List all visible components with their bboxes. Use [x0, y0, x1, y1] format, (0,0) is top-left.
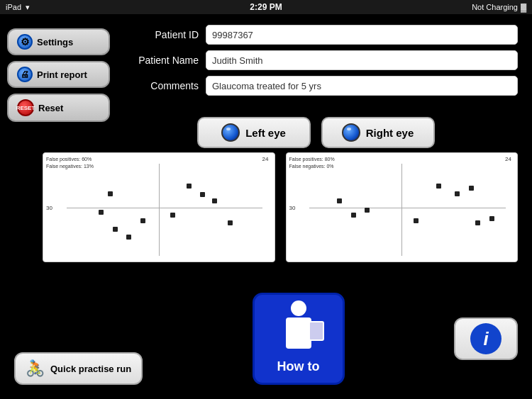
dot — [187, 184, 192, 189]
dot — [212, 198, 217, 203]
dot — [489, 216, 494, 221]
dot — [108, 191, 113, 196]
patient-name-input[interactable] — [206, 50, 518, 70]
info-icon: i — [470, 323, 501, 354]
how-to-button[interactable]: How to — [253, 293, 345, 385]
bike-icon: 🚴 — [26, 359, 45, 378]
patient-name-row: Patient Name — [128, 50, 518, 70]
patient-id-input[interactable] — [206, 25, 518, 45]
comments-input[interactable] — [206, 76, 518, 96]
print-label: Print report — [37, 69, 87, 80]
comments-row: Comments — [128, 76, 518, 96]
dot — [351, 213, 356, 218]
left-eye-chart: False positives: 60%False negatives: 13%… — [43, 152, 275, 262]
how-to-label: How to — [277, 359, 320, 374]
patient-name-label: Patient Name — [128, 55, 206, 66]
left-chart-number-top: 24 — [262, 156, 269, 162]
left-chart-h-line — [67, 208, 263, 208]
right-chart-h-line — [309, 208, 506, 208]
right-eye-button[interactable]: Right eye — [321, 117, 435, 148]
reset-label: Reset — [38, 103, 63, 113]
dot — [337, 198, 342, 203]
battery-icon: ▓ — [521, 3, 526, 11]
left-eye-label: Left eye — [245, 127, 286, 139]
right-chart-number-left: 30 — [289, 204, 296, 210]
figure-tablet — [309, 321, 324, 341]
reset-button[interactable]: RESET Reset — [7, 94, 110, 122]
quick-practise-button[interactable]: 🚴 Quick practise run — [14, 352, 143, 385]
left-eye-button[interactable]: Left eye — [197, 117, 311, 148]
dot — [365, 208, 370, 213]
sidebar: ⚙ Settings 🖨 Print report RESET Reset — [7, 28, 110, 122]
main-content: ⚙ Settings 🖨 Print report RESET Reset Pa… — [0, 14, 532, 399]
patient-id-label: Patient ID — [128, 29, 206, 40]
dot — [170, 213, 175, 218]
settings-button[interactable]: ⚙ Settings — [7, 28, 110, 55]
right-eye-icon — [342, 123, 360, 142]
patient-id-row: Patient ID — [128, 25, 518, 45]
dot — [414, 218, 419, 223]
settings-label: Settings — [37, 37, 73, 47]
dot — [99, 210, 104, 215]
right-chart-v-line — [401, 164, 402, 256]
dot — [113, 227, 118, 232]
figure-head — [291, 300, 306, 316]
eye-selector: Left eye Right eye — [113, 117, 518, 148]
dot — [436, 184, 441, 189]
info-button[interactable]: i — [454, 317, 518, 360]
print-report-button[interactable]: 🖨 Print report — [7, 61, 110, 88]
charging-status: Not Charging — [472, 3, 518, 11]
status-bar: iPad ▾ 2:29 PM Not Charging ▓ — [0, 0, 532, 14]
how-to-figure — [286, 300, 311, 349]
right-chart-number-top: 24 — [505, 156, 511, 162]
reset-icon: RESET — [17, 99, 34, 116]
left-eye-icon — [221, 123, 240, 142]
right-chart-stats: False positives: 80%False negatives: 0% — [289, 156, 335, 170]
comments-label: Comments — [128, 80, 206, 91]
dot — [140, 218, 145, 223]
right-eye-label: Right eye — [366, 127, 414, 139]
bottom-area: 🚴 Quick practise run How to i — [14, 293, 518, 385]
time-display: 2:29 PM — [250, 2, 282, 12]
dot — [475, 220, 480, 225]
dot — [455, 191, 460, 196]
dot — [469, 186, 474, 191]
dot — [126, 235, 131, 240]
settings-icon: ⚙ — [17, 34, 33, 50]
wifi-icon: ▾ — [26, 3, 30, 12]
left-chart-stats: False positives: 60%False negatives: 13% — [46, 156, 94, 170]
charts-area: False positives: 60%False negatives: 13%… — [43, 152, 518, 262]
print-icon: 🖨 — [17, 67, 33, 82]
left-chart-v-line — [159, 164, 160, 256]
right-eye-chart: False positives: 80%False negatives: 0% … — [286, 152, 519, 262]
patient-form: Patient ID Patient Name Comments — [128, 25, 518, 101]
left-chart-number-left: 30 — [46, 204, 52, 210]
dot — [228, 220, 233, 225]
quick-practise-label: Quick practise run — [50, 364, 131, 374]
device-label: iPad — [6, 3, 21, 11]
dot — [200, 192, 205, 197]
figure-body — [286, 317, 311, 349]
